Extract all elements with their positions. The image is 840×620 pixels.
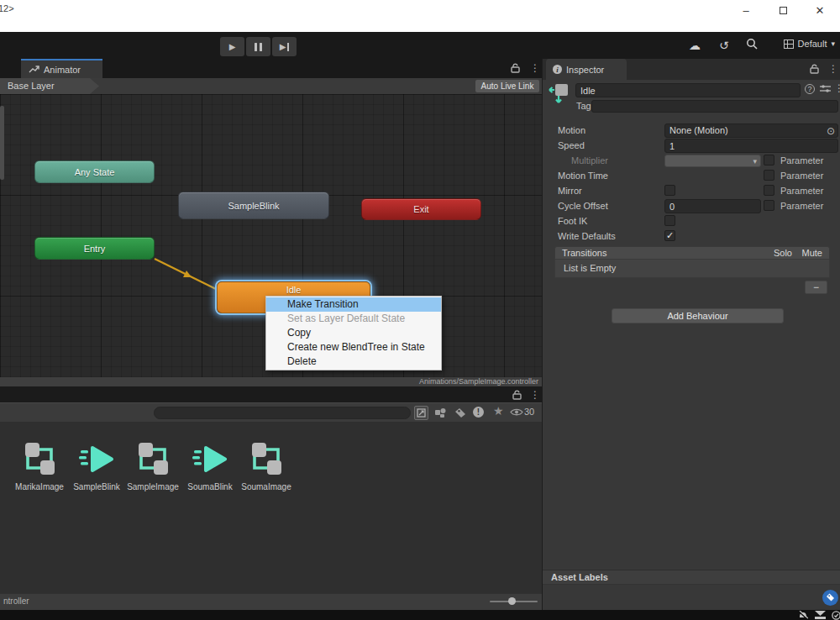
asset-item-partial[interactable]: k — [0, 439, 10, 491]
lock-icon[interactable] — [810, 64, 819, 76]
favorites-star-icon[interactable]: ★ — [493, 404, 504, 418]
lock-icon[interactable] — [512, 390, 522, 402]
asset-label-tag-button[interactable] — [822, 590, 838, 606]
remove-transition-button[interactable]: − — [805, 281, 827, 294]
alert-icon[interactable]: ! — [473, 407, 484, 418]
motion-time-parameter-checkbox[interactable] — [764, 170, 774, 181]
write-defaults-checkbox[interactable]: ✓ — [664, 230, 675, 241]
inbox-icon[interactable] — [815, 611, 826, 620]
check-icon: ✓ — [666, 230, 674, 241]
speed-field[interactable] — [664, 139, 838, 153]
auto-live-link-button[interactable]: Auto Live Link — [475, 80, 539, 92]
project-panel-header: ⋮ — [0, 386, 542, 402]
mirror-checkbox[interactable] — [664, 185, 675, 196]
state-name-field[interactable] — [575, 83, 801, 97]
motion-field[interactable]: None (Motion) ⊙ — [664, 123, 838, 138]
cycle-offset-parameter-checkbox[interactable] — [764, 200, 774, 211]
menu-item-copy[interactable]: Copy — [266, 326, 441, 340]
maximize-button[interactable] — [773, 2, 793, 18]
write-defaults-label: Write Defaults — [558, 231, 616, 241]
animator-canvas[interactable]: Any State SampleBlink Exit Entry Idle Ma… — [0, 94, 542, 377]
component-menu-icon[interactable]: ⋮ — [834, 82, 840, 94]
panel-menu-icon[interactable]: ⋮ — [530, 62, 540, 74]
asset-item-soumablink[interactable]: SoumaBlink — [183, 439, 237, 491]
tab-animator[interactable]: Animator — [21, 59, 102, 78]
project-footer: ntroller — [0, 593, 542, 610]
asset-item-marikaimage[interactable]: MarikaImage — [13, 439, 66, 491]
main-toolbar: ▶ ▶ ☁ ↺ Default ▾ — [0, 32, 840, 59]
cycle-offset-field[interactable] — [664, 199, 761, 213]
undo-history-icon[interactable]: ↺ — [719, 39, 729, 52]
presets-icon[interactable] — [820, 84, 831, 96]
minimize-button[interactable]: – — [736, 2, 756, 18]
tab-inspector-label: Inspector — [566, 65, 604, 75]
multiplier-dropdown[interactable]: ▾ — [664, 155, 761, 167]
status-strip — [0, 610, 840, 620]
motion-time-label: Motion Time — [558, 171, 608, 181]
play-button[interactable]: ▶ — [220, 37, 244, 56]
tab-inspector[interactable]: i Inspector — [546, 59, 627, 80]
animator-icon — [29, 66, 39, 74]
lock-icon[interactable] — [511, 63, 520, 75]
solo-column-label: Solo — [774, 247, 792, 260]
asset-labels-header[interactable]: Asset Labels — [543, 570, 840, 585]
state-label: Exit — [413, 204, 428, 214]
menu-item-delete[interactable]: Delete — [266, 355, 441, 369]
parameter-label: Parameter — [780, 155, 823, 166]
layout-dropdown[interactable]: Default ▾ — [784, 39, 835, 49]
menu-item-create-blendtree[interactable]: Create new BlendTree in State — [266, 340, 441, 355]
cloud-collab-icon[interactable]: ☁ — [689, 39, 701, 52]
multiplier-parameter-checkbox[interactable] — [764, 155, 774, 166]
state-node-sampleblink[interactable]: SampleBlink — [178, 192, 329, 219]
state-node-entry[interactable]: Entry — [34, 237, 155, 260]
playmode-controls: ▶ ▶ — [220, 37, 297, 56]
status-check-icon[interactable] — [832, 611, 840, 620]
panel-menu-icon[interactable]: ⋮ — [828, 63, 838, 75]
animator-tabbar: Animator ⋮ — [0, 59, 542, 78]
parameter-label: Parameter — [780, 186, 823, 196]
menu-item-set-default-state: Set as Layer Default State — [266, 312, 441, 326]
menu-item-make-transition[interactable]: Make Transition — [266, 297, 441, 312]
breadcrumb-base-layer[interactable]: Base Layer — [0, 78, 99, 94]
add-behaviour-button[interactable]: Add Behaviour — [612, 308, 784, 323]
play-icon: ▶ — [229, 42, 236, 51]
tag-field[interactable] — [591, 100, 838, 113]
animation-clip-icon — [191, 439, 229, 478]
animation-clip-icon — [0, 439, 3, 478]
asset-item-sampleblink[interactable]: SampleBlink — [70, 439, 123, 491]
close-button[interactable]: ✕ — [810, 2, 830, 18]
mute-column-label: Mute — [802, 247, 822, 260]
search-by-type-icon[interactable] — [434, 407, 447, 423]
chevron-down-icon: ▾ — [753, 155, 757, 167]
asset-item-sampleimage[interactable]: SampleImage — [126, 439, 180, 491]
asset-label: SampleImage — [126, 482, 180, 491]
asset-label: SoumaBlink — [183, 482, 237, 491]
foot-ik-label: Foot IK — [558, 216, 587, 226]
mirror-parameter-checkbox[interactable] — [764, 185, 774, 196]
asset-item-soumaimage[interactable]: SoumaImage — [239, 439, 293, 491]
selected-asset-path: ntroller — [3, 596, 29, 606]
visibility-eye-icon[interactable] — [510, 407, 523, 418]
open-search-window-icon[interactable] — [414, 406, 428, 420]
help-icon[interactable]: ? — [805, 84, 815, 94]
cycle-offset-label: Cycle Offset — [558, 201, 608, 211]
minimize-icon: – — [743, 4, 748, 17]
panel-menu-icon[interactable]: ⋮ — [530, 389, 540, 401]
transitions-empty-row: List is Empty — [554, 260, 830, 278]
foot-ik-checkbox[interactable] — [664, 215, 675, 226]
step-button[interactable]: ▶ — [272, 37, 297, 56]
state-node-exit[interactable]: Exit — [361, 198, 481, 220]
speed-label: Speed — [558, 140, 585, 150]
parameter-label: Parameter — [780, 201, 823, 211]
asset-zoom-slider-handle[interactable] — [508, 597, 516, 605]
search-by-label-icon[interactable] — [454, 407, 466, 423]
notifications-muted-icon[interactable] — [798, 611, 808, 620]
search-icon[interactable] — [746, 38, 758, 52]
step-icon: ▶ — [280, 42, 286, 51]
state-node-any-state[interactable]: Any State — [34, 160, 155, 183]
asset-label: SoumaImage — [239, 482, 293, 491]
hidden-count-label: 30 — [524, 407, 534, 417]
object-picker-icon[interactable]: ⊙ — [827, 125, 835, 137]
pause-button[interactable] — [246, 37, 270, 56]
project-search-input[interactable] — [154, 407, 411, 419]
